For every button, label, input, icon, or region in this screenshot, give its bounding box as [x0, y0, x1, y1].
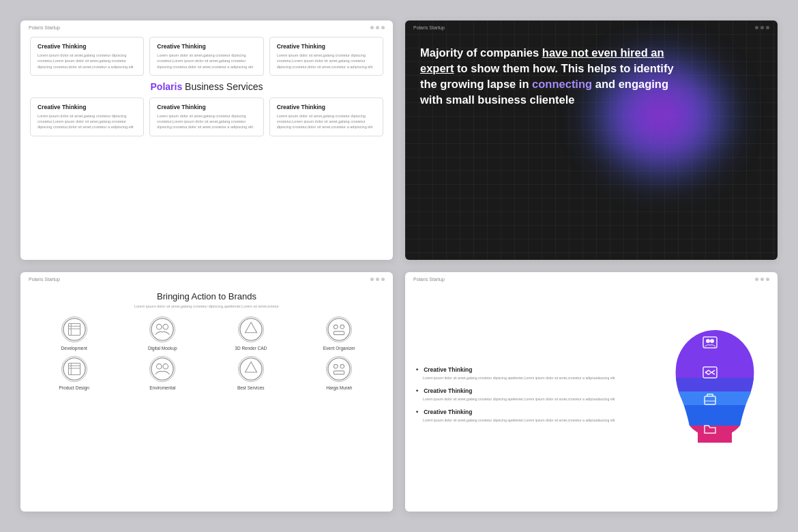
service-label: Harga Murah: [326, 385, 352, 390]
slide3-dots: [370, 278, 385, 281]
slide-brain: Polaris Startup • Creative Thinking Lore…: [405, 272, 778, 512]
bullet-point: •: [416, 409, 418, 415]
slide1-dots: [370, 26, 385, 29]
svg-point-19: [151, 358, 173, 380]
card-title: Creative Thinking: [157, 43, 256, 50]
top-cards-grid: Creative ThinkingLorem ipsum dolor sit a…: [30, 37, 383, 76]
svg-rect-15: [68, 363, 80, 374]
dot3: [381, 26, 385, 29]
service-item-7: Harga Murah: [297, 356, 383, 390]
dot1: [370, 26, 374, 29]
slide4-item-0: • Creative Thinking Lorem ipsum dolor si…: [416, 366, 653, 381]
service-label: Event Organizer: [323, 346, 355, 351]
slide1-content: Creative ThinkingLorem ipsum dolor sit a…: [20, 33, 393, 149]
item-title: Creative Thinking: [424, 366, 472, 373]
item-title: Creative Thinking: [424, 387, 472, 394]
top-card-1: Creative ThinkingLorem ipsum dolor sit a…: [149, 37, 263, 76]
svg-point-11: [334, 325, 338, 329]
top-card-0: Creative ThinkingLorem ipsum dolor sit a…: [30, 37, 144, 76]
slide2-quote: Majority of companies have not even hire…: [405, 33, 778, 120]
slide1-heading: Polaris Business Services: [30, 81, 383, 92]
bullet-point: •: [416, 387, 418, 394]
slide-business-services: Polaris Startup Creative ThinkingLorem i…: [20, 20, 393, 260]
service-item-0: Development: [31, 316, 117, 351]
service-icon: [238, 316, 264, 342]
item-body: Lorem ipsum dolor sit amet,galang croste…: [416, 396, 653, 402]
card-title: Creative Thinking: [277, 43, 376, 50]
slide4-item-2: • Creative Thinking Lorem ipsum dolor si…: [416, 409, 653, 423]
service-item-6: Best Services: [208, 356, 294, 390]
slide4-content: • Creative Thinking Lorem ipsum dolor si…: [405, 284, 778, 505]
slide4-brand: Polaris Startup: [413, 277, 445, 282]
slide4-item-1: • Creative Thinking Lorem ipsum dolor si…: [416, 387, 653, 402]
svg-point-14: [63, 358, 85, 380]
bottom-cards-grid: Creative ThinkingLorem ipsum dolor sit a…: [30, 98, 383, 136]
svg-point-10: [328, 319, 350, 340]
brain-svg: [664, 323, 766, 467]
slide1-bar: Polaris Startup: [20, 20, 393, 33]
svg-point-31: [710, 339, 714, 343]
card-body: Lorem ipsum dolor sit amet,galang croste…: [277, 53, 376, 70]
services-grid: Development Digital Mockup 3D Render CAD…: [31, 316, 382, 390]
top-card-2: Creative ThinkingLorem ipsum dolor sit a…: [269, 37, 383, 76]
service-svg: [62, 356, 87, 382]
svg-marker-23: [245, 362, 256, 372]
service-svg: [150, 316, 175, 342]
svg-point-30: [706, 339, 710, 343]
card-title: Creative Thinking: [38, 43, 136, 50]
svg-point-26: [340, 364, 344, 368]
svg-point-25: [334, 364, 338, 368]
service-svg: [150, 356, 175, 382]
slide1-brand: Polaris Startup: [29, 25, 60, 30]
svg-point-12: [340, 325, 344, 329]
service-label: 3D Render CAD: [235, 346, 267, 351]
service-item-5: Enviromental: [120, 356, 206, 390]
svg-point-5: [151, 319, 173, 340]
slide4-dots: [755, 278, 769, 281]
dot2: [376, 278, 379, 281]
card-body: Lorem ipsum dolor sit amet,galang croste…: [38, 113, 136, 130]
text-part1: Majority of companies: [420, 46, 542, 59]
service-icon: [149, 316, 175, 342]
svg-point-7: [163, 324, 168, 329]
bullet-title: • Creative Thinking: [416, 409, 653, 415]
svg-point-0: [63, 319, 85, 340]
service-svg: [62, 316, 87, 342]
heading-rest: Business Services: [182, 81, 263, 92]
slide4-left: • Creative Thinking Lorem ipsum dolor si…: [416, 291, 653, 498]
bullet-title: • Creative Thinking: [416, 366, 653, 373]
service-svg: [239, 356, 263, 382]
card-body: Lorem ipsum dolor sit amet,galang croste…: [157, 113, 256, 130]
bottom-card-1: Creative ThinkingLorem ipsum dolor sit a…: [149, 98, 263, 136]
service-icon: [61, 316, 87, 342]
heading-bold: Polaris: [151, 81, 183, 92]
service-icon: [326, 316, 352, 342]
slide4-bar: Polaris Startup: [405, 272, 778, 284]
bullet-point: •: [416, 366, 418, 373]
brain-graphic: [664, 323, 766, 467]
dot1: [755, 278, 758, 281]
dot3: [766, 278, 769, 281]
service-label: Enviromental: [149, 385, 175, 390]
service-item-2: 3D Render CAD: [208, 316, 294, 351]
service-icon: [238, 356, 264, 382]
svg-point-21: [163, 364, 168, 369]
item-body: Lorem ipsum dolor sit amet,galang croste…: [416, 417, 653, 423]
service-icon: [61, 356, 87, 382]
dot2: [376, 26, 379, 29]
bottom-card-0: Creative ThinkingLorem ipsum dolor sit a…: [30, 98, 144, 136]
dot2: [760, 278, 764, 281]
item-title: Creative Thinking: [424, 409, 472, 415]
svg-marker-9: [245, 323, 256, 333]
dot3: [381, 278, 385, 281]
service-icon: [326, 356, 352, 382]
slide3-bar: Polaris Startup: [20, 272, 393, 284]
service-icon: [149, 356, 175, 382]
service-label: Best Services: [237, 385, 265, 390]
dot1: [370, 278, 374, 281]
card-body: Lorem ipsum dolor sit amet,galang croste…: [157, 53, 256, 70]
card-body: Lorem ipsum dolor sit amet,galang croste…: [38, 53, 136, 70]
slide3-content: Bringing Action to Brands Lorem ipsum do…: [20, 284, 393, 397]
bullet-title: • Creative Thinking: [416, 387, 653, 394]
svg-rect-1: [68, 323, 80, 335]
